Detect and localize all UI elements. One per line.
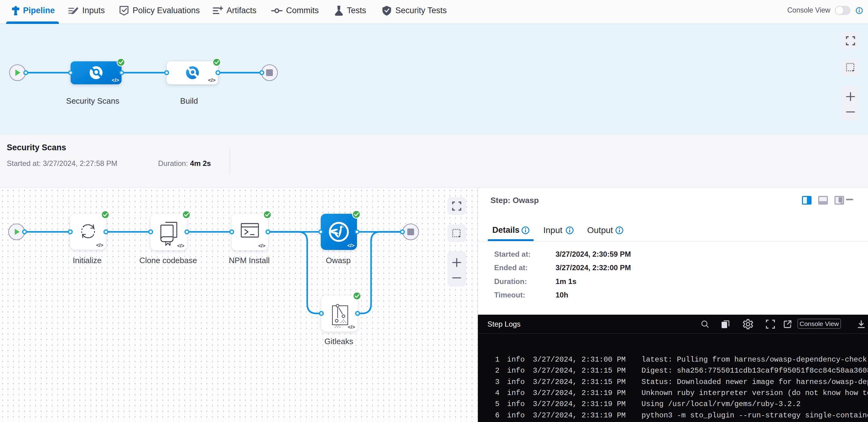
svg-text:</>: </> bbox=[348, 324, 355, 330]
svg-text:</>: </> bbox=[96, 242, 103, 248]
svg-text:</>: </> bbox=[208, 77, 216, 83]
svg-text:</>: </> bbox=[347, 243, 354, 248]
svg-text:</>: </> bbox=[177, 243, 184, 249]
svg-text:</>: </> bbox=[258, 243, 265, 249]
svg-text:</>: </> bbox=[112, 77, 119, 83]
